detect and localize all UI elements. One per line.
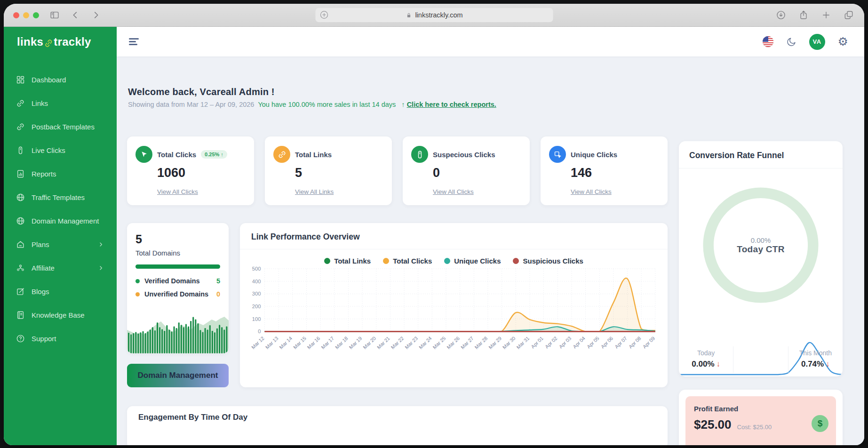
legend-item-total-clicks: Total Clicks <box>383 257 432 265</box>
performance-chart: 0100200300400500Mar 12Mar 13Mar 14Mar 15… <box>240 266 668 376</box>
svg-text:Mar 31: Mar 31 <box>515 335 530 350</box>
view-all-links-link[interactable]: View All Links <box>295 188 334 195</box>
legend-label: Unverified Domains <box>144 290 208 298</box>
page-title: Welcome back, Vcareall Admin ! <box>128 87 668 97</box>
view-all-clicks-link[interactable]: View All Clicks <box>571 188 612 195</box>
settings-gear-icon[interactable]: ⚙ <box>838 36 848 48</box>
sidebar-item-blogs[interactable]: Blogs <box>4 280 117 303</box>
trend-badge: 0.25% ↑ <box>201 150 227 159</box>
sidebar-item-traffic-templates[interactable]: Traffic Templates <box>4 185 117 209</box>
sidebar-item-knowledge-base[interactable]: Knowledge Base <box>4 303 117 327</box>
sidebar-item-dashboard[interactable]: Dashboard <box>4 68 117 91</box>
chevron-right-icon <box>97 241 104 248</box>
svg-text:Apr 06: Apr 06 <box>599 335 614 349</box>
svg-text:0: 0 <box>258 328 261 334</box>
sidebar-item-label: Affiliate <box>32 264 55 272</box>
svg-text:Mar 21: Mar 21 <box>376 335 391 350</box>
svg-text:200: 200 <box>252 304 261 309</box>
stat-title: Total Links <box>295 151 332 159</box>
date-range-text: Showing data from Mar 12 – Apr 09, 2026 <box>128 101 254 108</box>
down-arrow-icon: ↓ <box>826 360 830 368</box>
mouse-icon <box>16 146 25 155</box>
ctr-label: Today CTR <box>737 244 785 255</box>
language-flag-icon[interactable] <box>763 36 773 47</box>
new-tab-icon[interactable] <box>821 10 831 20</box>
affiliate-icon <box>16 264 25 272</box>
svg-text:Mar 18: Mar 18 <box>334 335 349 350</box>
address-bar[interactable]: linkstrackly.com <box>315 8 553 22</box>
menu-toggle-icon[interactable] <box>129 36 139 47</box>
sidebar-item-label: Knowledge Base <box>32 311 85 319</box>
traffic-lights <box>13 12 39 18</box>
sidebar-item-label: Domain Management <box>32 217 99 225</box>
dark-mode-moon-icon[interactable] <box>786 37 796 47</box>
back-icon[interactable] <box>70 10 80 20</box>
domains-label: Total Domains <box>135 249 220 257</box>
svg-text:Apr 09: Apr 09 <box>641 335 656 349</box>
stat-value: 5 <box>295 166 383 180</box>
stat-value: 146 <box>571 166 659 180</box>
profit-label: Profit Earned <box>694 405 828 413</box>
legend-item-total-links: Total Links <box>324 257 371 265</box>
page-options-icon[interactable] <box>319 10 329 20</box>
view-all-clicks-link[interactable]: View All Clicks <box>157 188 198 195</box>
minimize-button[interactable] <box>23 12 29 18</box>
user-avatar[interactable]: VA <box>809 34 825 50</box>
sidebar-item-links[interactable]: Links <box>4 91 117 115</box>
sidebar-item-domain-management[interactable]: Domain Management <box>4 209 117 232</box>
svg-text:Mar 15: Mar 15 <box>292 335 307 350</box>
domain-management-button[interactable]: Domain Management <box>127 364 229 387</box>
tab-overview-icon[interactable] <box>844 10 854 20</box>
stat-title: Suspecious Clicks <box>433 151 495 159</box>
svg-text:Mar 13: Mar 13 <box>264 335 279 350</box>
dashboard-content: Welcome back, Vcareall Admin ! Showing d… <box>117 56 864 445</box>
verified-domains-row: Verified Domains 5 <box>135 277 220 285</box>
sidebar-item-plans[interactable]: Plans <box>4 232 117 256</box>
downloads-icon[interactable] <box>776 10 786 20</box>
view-all-clicks-link[interactable]: View All Clicks <box>433 188 474 195</box>
svg-text:Apr 07: Apr 07 <box>613 335 628 349</box>
share-icon[interactable] <box>798 10 809 20</box>
svg-text:Mar 20: Mar 20 <box>362 335 377 350</box>
green-dot-icon <box>135 279 140 283</box>
legend-value: 0 <box>216 290 220 298</box>
sidebar-nav: Dashboard Links Postback Templates Live … <box>4 56 117 350</box>
sales-note-text: You have 100.00% more sales in last 14 d… <box>258 101 396 108</box>
engagement-card: Engagement By Time Of Day <box>127 406 668 445</box>
sidebar-item-live-clicks[interactable]: Live Clicks <box>4 138 117 162</box>
svg-text:Apr 02: Apr 02 <box>544 335 558 349</box>
up-arrow-icon: ↑ <box>401 101 405 108</box>
stat-value: 0 <box>433 166 521 180</box>
funnel-stats-divider <box>733 346 788 373</box>
mouse-icon <box>411 146 428 163</box>
sidebar-item-affiliate[interactable]: Affiliate <box>4 256 117 280</box>
svg-text:Mar 16: Mar 16 <box>306 335 321 350</box>
total-links-card: Total Links 5 View All Links <box>265 136 392 205</box>
svg-text:500: 500 <box>252 266 261 272</box>
sidebar-item-label: Links <box>32 99 48 107</box>
svg-text:Mar 19: Mar 19 <box>348 335 363 350</box>
stat-title: Unique Clicks <box>571 151 617 159</box>
down-arrow-icon: ↓ <box>717 360 721 368</box>
link-icon <box>16 99 25 108</box>
svg-text:Mar 25: Mar 25 <box>431 335 446 350</box>
forward-icon[interactable] <box>91 10 101 20</box>
sidebar-item-reports[interactable]: Reports <box>4 162 117 185</box>
zoom-button[interactable] <box>33 12 39 18</box>
month-stat: This Month 0.74%↓ <box>788 346 843 373</box>
engagement-title: Engagement By Time Of Day <box>138 413 656 422</box>
domains-value: 5 <box>135 232 220 246</box>
svg-text:Mar 23: Mar 23 <box>404 335 419 350</box>
check-reports-link[interactable]: Click here to check reports. <box>407 101 496 108</box>
sidebar-item-support[interactable]: Support <box>4 327 117 350</box>
svg-text:Mar 22: Mar 22 <box>390 335 405 350</box>
brand-logo[interactable]: links trackly <box>4 27 117 56</box>
svg-text:Apr 01: Apr 01 <box>530 335 544 349</box>
svg-text:Mar 24: Mar 24 <box>418 335 433 350</box>
sidebar-toggle-icon[interactable] <box>49 10 60 20</box>
svg-text:Mar 14: Mar 14 <box>278 335 293 350</box>
sidebar-item-postback-templates[interactable]: Postback Templates <box>4 115 117 138</box>
legend-item-suspicious-clicks: Suspicious Clicks <box>513 257 583 265</box>
close-button[interactable] <box>13 12 19 18</box>
svg-text:Mar 12: Mar 12 <box>250 335 265 350</box>
